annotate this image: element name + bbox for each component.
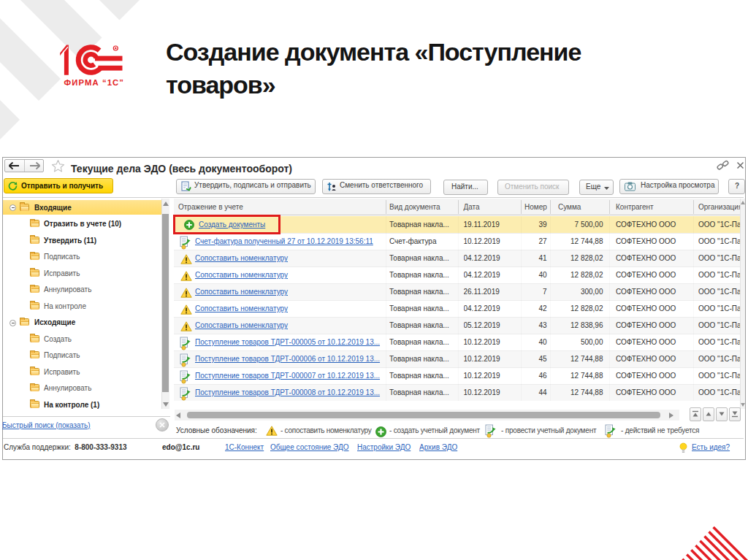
svg-text:ФИРМА “1С”: ФИРМА “1С” (64, 78, 125, 87)
